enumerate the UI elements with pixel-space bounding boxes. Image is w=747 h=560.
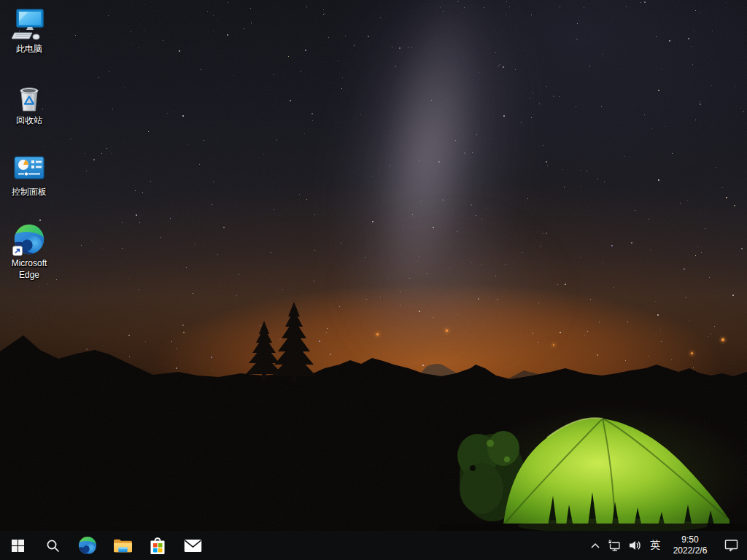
ime-indicator[interactable]: 英 bbox=[645, 531, 665, 560]
taskbar: 英 9:50 2022/2/6 bbox=[0, 531, 747, 560]
folder-icon bbox=[113, 538, 133, 553]
windows-logo-icon bbox=[12, 540, 24, 552]
mail-envelope-icon bbox=[184, 539, 202, 553]
show-hidden-icons-button[interactable] bbox=[587, 531, 604, 560]
clock-time: 9:50 bbox=[681, 534, 698, 545]
clock-date: 2022/2/6 bbox=[673, 545, 708, 556]
action-center-icon bbox=[724, 539, 738, 552]
desktop-icon-column: 此电脑 bbox=[1, 4, 57, 290]
desktop-icon-recycle-bin[interactable]: 回收站 bbox=[1, 76, 57, 141]
edge-icon bbox=[78, 536, 97, 555]
ime-label: 英 bbox=[650, 539, 660, 552]
chevron-up-icon bbox=[590, 542, 600, 549]
recycle-bin-icon bbox=[12, 79, 47, 114]
taskbar-store-button[interactable] bbox=[140, 531, 175, 560]
star-field bbox=[0, 0, 747, 531]
shortcut-arrow-icon bbox=[12, 246, 23, 256]
taskbar-mail-button[interactable] bbox=[175, 531, 210, 560]
start-button[interactable] bbox=[0, 531, 35, 560]
volume-tray-button[interactable] bbox=[624, 531, 645, 560]
action-center-button[interactable] bbox=[715, 531, 747, 560]
this-pc-icon bbox=[12, 7, 47, 42]
desktop-icon-label: 此电脑 bbox=[16, 44, 42, 55]
store-bag-icon bbox=[149, 536, 166, 555]
search-button[interactable] bbox=[35, 531, 70, 560]
desktop-icon-control-panel[interactable]: 控制面板 bbox=[1, 147, 57, 213]
control-panel-icon bbox=[12, 150, 47, 185]
taskbar-file-explorer-button[interactable] bbox=[105, 531, 140, 560]
desktop-icon-label: 回收站 bbox=[16, 115, 42, 127]
desktop-wallpaper: 此电脑 bbox=[0, 0, 747, 531]
taskbar-edge-button[interactable] bbox=[70, 531, 105, 560]
desktop-icon-microsoft-edge[interactable]: Microsoft Edge bbox=[1, 219, 57, 284]
taskbar-clock[interactable]: 9:50 2022/2/6 bbox=[665, 531, 715, 560]
volume-icon bbox=[629, 540, 641, 551]
desktop-icon-label: 控制面板 bbox=[12, 187, 47, 198]
search-icon bbox=[46, 539, 60, 553]
windows-desktop: 此电脑 bbox=[0, 0, 747, 560]
network-icon bbox=[608, 540, 621, 551]
desktop-icon-this-pc[interactable]: 此电脑 bbox=[1, 4, 57, 70]
edge-icon bbox=[12, 222, 47, 257]
system-tray: 英 9:50 2022/2/6 bbox=[587, 531, 747, 560]
desktop-icon-label: Microsoft Edge bbox=[1, 258, 57, 281]
network-tray-button[interactable] bbox=[604, 531, 624, 560]
